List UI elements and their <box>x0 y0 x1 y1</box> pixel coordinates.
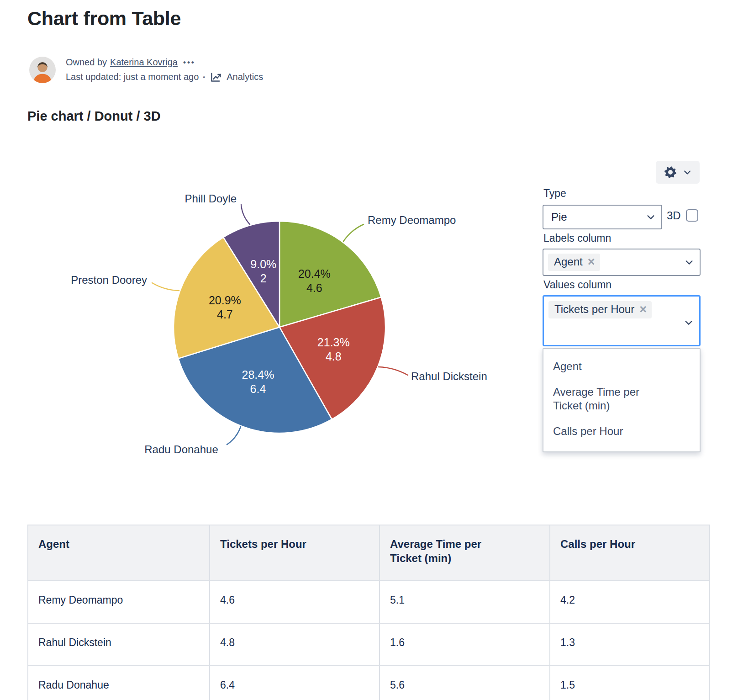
chevron-down-icon <box>684 257 694 267</box>
avatar-photo <box>29 57 56 83</box>
table-cell: 4.2 <box>550 581 710 623</box>
labels-column-select[interactable]: Agent × <box>543 249 701 276</box>
pie-label-leader-line <box>379 367 408 375</box>
chevron-down-icon <box>684 318 694 328</box>
labels-column-label: Labels column <box>543 232 611 244</box>
threed-checkbox[interactable] <box>686 209 698 222</box>
table-cell: 1.6 <box>380 623 550 666</box>
dropdown-option[interactable]: Calls per Hour <box>543 419 700 444</box>
table-cell: 5.6 <box>380 666 550 700</box>
values-column-select[interactable]: Tickets per Hour × <box>543 295 701 346</box>
chevron-down-icon <box>683 168 692 177</box>
chart-widget: 20.4%4.6Remy Deomampo21.3%4.8Rahul Dicks… <box>27 155 711 479</box>
chart-settings-panel: Type Pie 3D Labels column Agent × Values… <box>543 159 701 461</box>
owned-by-label: Owned by <box>66 57 107 68</box>
remove-tag-icon[interactable]: × <box>639 303 647 316</box>
pie-label-leader-line <box>343 224 364 241</box>
remove-tag-icon[interactable]: × <box>588 256 595 268</box>
table-cell: 5.1 <box>380 581 550 623</box>
pie-slice-name-label: Rahul Dickstein <box>411 370 487 382</box>
table-header-cell: Agent <box>28 525 210 581</box>
labels-column-tag: Agent × <box>548 254 600 271</box>
page-title: Chart from Table <box>27 7 181 30</box>
pie-slice-name-label: Remy Deomampo <box>368 214 456 226</box>
table-cell: 4.8 <box>210 623 380 666</box>
gear-icon <box>664 166 677 179</box>
chevron-down-icon <box>646 212 656 222</box>
section-heading: Pie chart / Donut / 3D <box>27 109 161 124</box>
analytics-link[interactable]: Analytics <box>210 71 263 83</box>
chart-settings-button[interactable] <box>656 161 700 184</box>
avatar[interactable] <box>29 57 56 83</box>
dropdown-option[interactable]: Average Time per Ticket (min) <box>543 379 700 419</box>
byline: Owned by Katerina Kovriga ••• Last updat… <box>29 57 263 83</box>
analytics-icon <box>210 71 222 83</box>
values-column-dropdown: AgentAverage Time per Ticket (min)Calls … <box>543 348 701 452</box>
table-cell: Remy Deomampo <box>28 581 210 623</box>
type-label: Type <box>543 187 566 200</box>
table-cell: 1.3 <box>550 623 710 666</box>
pie-label-leader-line <box>152 283 179 291</box>
pie-label-leader-line <box>227 427 241 445</box>
values-column-label: Values column <box>543 279 611 291</box>
table-header-cell: Average Time per Ticket (min) <box>380 525 550 581</box>
data-table: AgentTickets per HourAverage Time per Ti… <box>27 525 710 700</box>
last-updated-label: Last updated: just a moment ago <box>66 72 199 82</box>
pie-chart: 20.4%4.6Remy Deomampo21.3%4.8Rahul Dicks… <box>27 155 530 475</box>
type-select-value: Pie <box>551 211 567 223</box>
pie-label-leader-line <box>241 205 250 224</box>
owner-link[interactable]: Katerina Kovriga <box>110 57 178 68</box>
values-column-tag-text: Tickets per Hour <box>554 303 634 316</box>
threed-label: 3D <box>667 209 681 222</box>
type-select[interactable]: Pie <box>543 205 662 229</box>
table-header-cell: Tickets per Hour <box>210 525 380 581</box>
dropdown-option[interactable]: Agent <box>543 354 700 379</box>
table-row: Radu Donahue6.45.61.5 <box>28 666 710 700</box>
table-cell: 6.4 <box>210 666 380 700</box>
table-cell: 1.5 <box>550 666 710 700</box>
values-column-tag: Tickets per Hour × <box>548 301 652 318</box>
pie-slice-name-label: Radu Donahue <box>144 443 218 456</box>
table-cell: 4.6 <box>210 581 380 623</box>
table-header-row: AgentTickets per HourAverage Time per Ti… <box>28 525 710 581</box>
pie-slice-name-label: Preston Doorey <box>71 274 147 286</box>
table-row: Remy Deomampo4.65.14.2 <box>28 581 710 623</box>
table-cell: Radu Donahue <box>28 666 210 700</box>
table-cell: Rahul Dickstein <box>28 623 210 666</box>
separator-dot: • <box>203 74 205 81</box>
pie-slice-name-label: Phill Doyle <box>185 192 237 205</box>
labels-column-tag-text: Agent <box>554 255 583 268</box>
analytics-label: Analytics <box>227 72 263 82</box>
more-actions-button[interactable]: ••• <box>183 58 195 67</box>
table-row: Rahul Dickstein4.81.61.3 <box>28 623 710 666</box>
table-header-cell: Calls per Hour <box>550 525 710 581</box>
